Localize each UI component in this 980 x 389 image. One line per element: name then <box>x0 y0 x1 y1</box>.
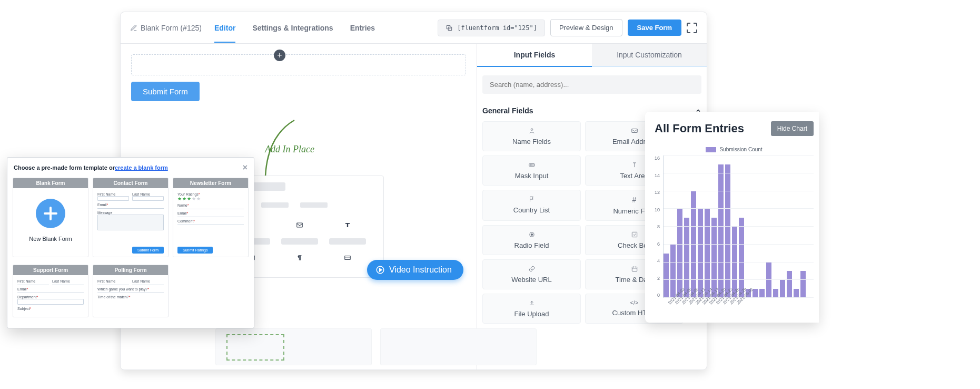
field-website-url[interactable]: Website URL <box>482 259 581 289</box>
svg-point-14 <box>531 234 533 236</box>
x-axis: 2021-04-022021-04-052021-04-082021-04-11… <box>655 298 814 307</box>
bar[interactable] <box>773 289 778 298</box>
bar[interactable] <box>684 218 689 298</box>
template-card-head: Newsletter Form <box>173 178 248 188</box>
tpl-first-name: First Name <box>97 279 129 283</box>
fullscreen-icon[interactable] <box>687 23 697 33</box>
tpl-rating-label: Your Ratings <box>177 192 244 196</box>
tab-entries[interactable]: Entries <box>350 13 375 43</box>
hash-icon: # <box>632 196 637 204</box>
tab-settings[interactable]: Settings & Integrations <box>252 13 333 43</box>
shortcode-text: [fluentform id="125"] <box>457 24 537 32</box>
bar[interactable] <box>691 191 696 298</box>
template-card-support[interactable]: Support Form First Name Last Name Email … <box>13 265 88 317</box>
create-blank-form-link[interactable]: create a blank form <box>115 164 168 171</box>
copy-icon <box>446 24 453 32</box>
drop-zone[interactable]: + <box>131 54 466 75</box>
chart-legend: Submission Count <box>655 147 814 152</box>
editor-main-tabs: Editor Settings & Integrations Entries <box>214 13 375 43</box>
paragraph-icon <box>296 254 303 261</box>
template-card-head: Blank Form <box>13 178 88 188</box>
tpl-email: Email <box>97 203 164 207</box>
editor-topbar: Blank Form (#125) Editor Settings & Inte… <box>121 12 707 44</box>
bar[interactable] <box>705 209 710 298</box>
svg-point-7 <box>531 129 533 131</box>
tpl-email: Email <box>17 287 84 291</box>
template-card-blank[interactable]: Blank Form New Blank Form <box>13 178 88 257</box>
tpl-comment: Comment <box>177 219 244 223</box>
template-card-newsletter[interactable]: Newsletter Form Your Ratings ★★★★★ Name … <box>173 178 249 257</box>
template-picker-modal: Choose a pre-made form template or creat… <box>7 157 254 328</box>
tpl-last-name: Last Name <box>132 279 164 283</box>
svg-rect-3 <box>297 223 303 227</box>
svg-rect-5 <box>345 256 351 260</box>
bar[interactable] <box>794 289 799 298</box>
bar[interactable] <box>698 209 703 298</box>
shortcode-box[interactable]: [fluentform id="125"] <box>438 20 545 36</box>
annotation-text: Add In Place <box>265 144 314 155</box>
field-file-upload[interactable]: File Upload <box>482 294 581 324</box>
tab-input-fields[interactable]: Input Fields <box>477 44 592 67</box>
chart-area: 1614121086420 <box>655 155 814 298</box>
upload-icon <box>528 299 536 307</box>
entries-chart-panel: All Form Entries Hide Chart Submission C… <box>645 112 819 323</box>
tpl-message: Message <box>97 211 164 215</box>
svg-point-11 <box>531 164 532 165</box>
template-card-polling[interactable]: Polling Form First Name Last Name Which … <box>93 265 169 317</box>
form-name[interactable]: Blank Form (#125) <box>130 24 202 32</box>
text-icon <box>631 161 638 169</box>
tpl-first-name: First Name <box>97 192 129 196</box>
svg-rect-8 <box>631 129 637 133</box>
field-radio-field[interactable]: Radio Field <box>482 225 581 255</box>
general-fields-label: General Fields <box>482 106 533 115</box>
bar[interactable] <box>725 164 730 298</box>
field-name-fields[interactable]: Name Fields <box>482 121 581 151</box>
tpl-subject: Subject <box>17 307 84 310</box>
video-instruction-button[interactable]: Video Instruction <box>367 260 463 280</box>
close-icon[interactable]: × <box>243 163 248 172</box>
bar[interactable] <box>670 245 676 298</box>
tab-input-customization[interactable]: Input Customization <box>592 44 707 66</box>
star-rating-icon: ★★★★★ <box>177 196 244 201</box>
bar[interactable] <box>780 280 785 298</box>
preview-design-button[interactable]: Preview & Design <box>550 19 622 36</box>
plus-circle-icon <box>36 199 65 228</box>
card-icon <box>344 254 351 261</box>
field-country-list[interactable]: Country List <box>482 190 581 221</box>
legend-swatch-icon <box>706 147 716 152</box>
field-mask-input[interactable]: Mask Input <box>482 155 581 186</box>
bar[interactable] <box>718 164 724 298</box>
tpl-submit-button: Submit Ratings <box>177 247 213 254</box>
editor-actions: [fluentform id="125"] Preview & Design S… <box>438 19 697 36</box>
template-card-head: Support Form <box>13 265 88 275</box>
add-field-dot[interactable]: + <box>274 50 285 61</box>
pencil-icon <box>130 24 137 32</box>
template-card-contact[interactable]: Contact Form First Name Last Name Email … <box>93 178 169 257</box>
bar[interactable] <box>739 218 744 298</box>
y-axis: 1614121086420 <box>655 155 663 298</box>
mask-icon <box>528 161 536 169</box>
save-form-button[interactable]: Save Form <box>628 20 681 36</box>
svg-point-12 <box>532 164 533 165</box>
bar[interactable] <box>677 209 682 298</box>
tpl-name: Name <box>177 203 244 207</box>
legend-label: Submission Count <box>719 147 762 152</box>
text-icon <box>344 221 351 229</box>
code-icon: </> <box>630 299 639 306</box>
link-icon <box>528 265 536 273</box>
bar[interactable] <box>766 262 771 298</box>
bars-wrap <box>663 155 814 298</box>
chart-title: All Form Entries <box>655 122 744 135</box>
tab-editor[interactable]: Editor <box>214 13 235 43</box>
svg-rect-15 <box>632 232 637 237</box>
hide-chart-button[interactable]: Hide Chart <box>771 121 814 136</box>
envelope-icon <box>296 221 303 229</box>
bar[interactable] <box>759 289 765 298</box>
flag-icon <box>528 196 536 203</box>
bar[interactable] <box>787 271 792 298</box>
field-search-input[interactable] <box>482 75 701 94</box>
bar[interactable] <box>664 254 669 298</box>
submit-form-button[interactable]: Submit Form <box>131 82 200 101</box>
bar[interactable] <box>711 218 717 298</box>
bar[interactable] <box>800 271 806 298</box>
